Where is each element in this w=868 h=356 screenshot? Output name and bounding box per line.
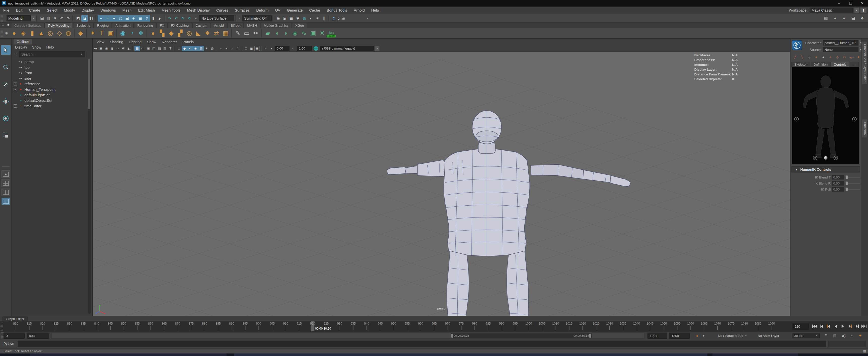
humanik-controls-header[interactable]: ▼ HumanIK Controls — [792, 167, 860, 173]
undo-icon[interactable]: ↶ — [58, 15, 65, 22]
highlight-affected-icon[interactable]: ◭ — [157, 15, 163, 22]
shelf-options-gear-icon[interactable]: ✱ — [3, 30, 9, 36]
animation-end-field[interactable]: 1200 — [669, 333, 690, 339]
humanik-character-view[interactable] — [792, 67, 859, 164]
poly-cone-icon[interactable]: ▲ — [37, 29, 46, 38]
two-pane-layout[interactable] — [1, 188, 10, 196]
shelf-tab-arnold[interactable]: Arnold — [211, 23, 227, 28]
current-frame-field[interactable]: 920 — [793, 323, 809, 330]
close-button[interactable]: ✕ — [857, 0, 868, 6]
smooth-icon[interactable]: ◎ — [185, 29, 194, 38]
menu-windows[interactable]: Windows — [97, 6, 119, 14]
set-keyframe-icon[interactable]: ◔ — [127, 29, 136, 38]
playback-start-field[interactable]: 808 — [27, 333, 49, 339]
outliner-menu-help[interactable]: Help — [44, 45, 56, 50]
separator[interactable] — [95, 15, 97, 22]
motion-blur-icon[interactable]: ◒ — [218, 46, 223, 51]
shelf-tab-poly-modeling[interactable]: Poly Modeling — [45, 23, 73, 28]
outliner-item-human-terrapoint[interactable]: +➤Human_Terrapoint — [12, 86, 88, 92]
auto-key-icon[interactable]: ♦ — [694, 332, 700, 339]
shelf-tab-custom[interactable]: Custom — [192, 23, 211, 28]
shelf-tab-curves-surfaces[interactable]: Curves / Surfaces — [11, 23, 44, 28]
shadows-icon[interactable]: ✶ — [204, 46, 210, 51]
separator[interactable] — [72, 15, 74, 22]
select-tool[interactable] — [1, 45, 10, 55]
four-pane-layout[interactable] — [1, 179, 10, 187]
shelf-tab-bifrost[interactable]: Bifrost — [227, 23, 243, 28]
platonic-solid-icon[interactable]: ◆ — [76, 29, 85, 38]
outliner-item-reference[interactable]: +➤reference — [12, 81, 88, 86]
separator[interactable] — [272, 15, 274, 22]
shelf-gear-icon[interactable]: ✱ — [5, 22, 11, 28]
outliner-item-side[interactable]: ▪◂side — [12, 75, 88, 81]
look-dev-icon[interactable]: ✶ — [314, 15, 321, 22]
pose-editor-icon[interactable]: ✦ — [832, 15, 838, 22]
viewport-menu-shading[interactable]: Shading — [107, 40, 126, 44]
step-back-frame-button[interactable] — [825, 322, 832, 330]
poly-sphere-icon[interactable]: ● — [9, 29, 19, 38]
xray-joints-icon[interactable]: ◼ — [249, 46, 254, 51]
menu-deform[interactable]: Deform — [253, 6, 272, 14]
poly-torus-icon[interactable]: ◎ — [46, 29, 55, 38]
outliner-item-defaultobjectset[interactable]: ◑defaultObjectSet — [12, 98, 88, 103]
uv-cylindrical-icon[interactable]: ◖ — [272, 29, 281, 38]
mirror-icon[interactable]: ⇄ — [212, 29, 221, 38]
outliner-item-defaultlightset[interactable]: ◑defaultLightSet — [12, 92, 88, 98]
safe-title-icon[interactable]: T — [168, 46, 173, 51]
shelf-tab-motion-graphics[interactable]: Motion Graphics — [260, 23, 291, 28]
render-icon[interactable]: ◉ — [275, 15, 281, 22]
hypershade-icon[interactable]: ◍ — [301, 15, 308, 22]
pause-viewport-icon[interactable]: ∥ — [321, 15, 327, 22]
command-line-input[interactable] — [18, 341, 826, 347]
command-language-label[interactable]: Python — [3, 342, 14, 346]
camera-attributes-icon[interactable]: ◉ — [104, 46, 109, 51]
menu-generate[interactable]: Generate — [284, 6, 306, 14]
anim-layer-dropdown[interactable]: No Anim Layer — [756, 333, 790, 339]
character-set-dropdown[interactable]: No Character Set▼ — [716, 333, 754, 339]
menu-mesh-display[interactable]: Mesh Display — [184, 6, 213, 14]
select-camera-icon[interactable]: ◂■ — [93, 46, 98, 51]
menu-select[interactable]: Select — [43, 6, 61, 14]
poly-plane-icon[interactable]: ◇ — [55, 29, 64, 38]
evaluation-icon[interactable]: ✦ — [857, 332, 864, 339]
play-backwards-button[interactable] — [832, 322, 839, 330]
humanik-character-icon[interactable] — [792, 40, 802, 50]
safe-action-icon[interactable]: ▧ — [162, 46, 168, 51]
workspace-panels-icon[interactable]: ▧ — [823, 15, 829, 22]
minimize-button[interactable]: – — [833, 0, 845, 6]
symmetry-field[interactable]: Symmetry: Off — [242, 15, 272, 22]
film-gate-icon[interactable]: ▭ — [140, 46, 146, 51]
hik-left-effector-button[interactable] — [794, 117, 799, 121]
xray-active-icon[interactable]: ▣ — [254, 46, 260, 51]
image-plane-icon[interactable]: ▱ — [115, 46, 120, 51]
timeline-ruler[interactable]: 8108158208258308358408458508558608658708… — [7, 321, 790, 332]
outliner-panel-tab[interactable]: Outliner — [13, 39, 32, 44]
shelf-handle[interactable] — [0, 30, 3, 37]
outliner-item-persp[interactable]: ▪◂persp — [12, 59, 88, 64]
pin-rotate-icon[interactable]: ↻ — [841, 54, 847, 60]
uv-planar-icon[interactable]: ▰ — [263, 29, 272, 38]
poly-disc-icon[interactable]: ◍ — [64, 29, 73, 38]
menu-set-arrow[interactable]: ▼ — [31, 15, 35, 21]
speaker-icon[interactable]: ◄− — [848, 54, 855, 60]
expand-toggle-icon[interactable]: + — [13, 82, 17, 85]
depth-of-field-icon[interactable]: ◌ — [229, 46, 235, 51]
step-forward-key-button[interactable] — [854, 322, 861, 330]
source-dropdown[interactable]: None — [823, 47, 859, 52]
menu-surfaces[interactable]: Surfaces — [231, 6, 253, 14]
body-full-icon[interactable]: ✦ — [820, 54, 826, 60]
humanik-tab-[interactable]: --- — [849, 62, 859, 67]
menu-edit[interactable]: Edit — [12, 6, 26, 14]
gamma-toggle-icon[interactable]: ◐ — [290, 46, 296, 51]
snap-curve-icon[interactable]: ≈ — [104, 15, 111, 22]
select-hierarchy-icon[interactable]: ◩ — [75, 15, 81, 22]
range-end-handle[interactable] — [589, 334, 591, 337]
xray-icon[interactable]: ◻ — [243, 46, 249, 51]
perspective-viewport[interactable]: ViewShadingLightingShowRendererPanels ◂■… — [93, 39, 790, 316]
snap-projected-center-icon[interactable]: ◎ — [117, 15, 124, 22]
crease-tool-icon[interactable]: ✎ — [233, 29, 242, 38]
slider-handle[interactable] — [846, 187, 847, 191]
bone-add-icon[interactable]: ╲ — [799, 54, 805, 60]
uv-camera-based-icon[interactable]: ▣ — [309, 29, 318, 38]
uv-spherical-icon[interactable]: ◗ — [281, 29, 290, 38]
